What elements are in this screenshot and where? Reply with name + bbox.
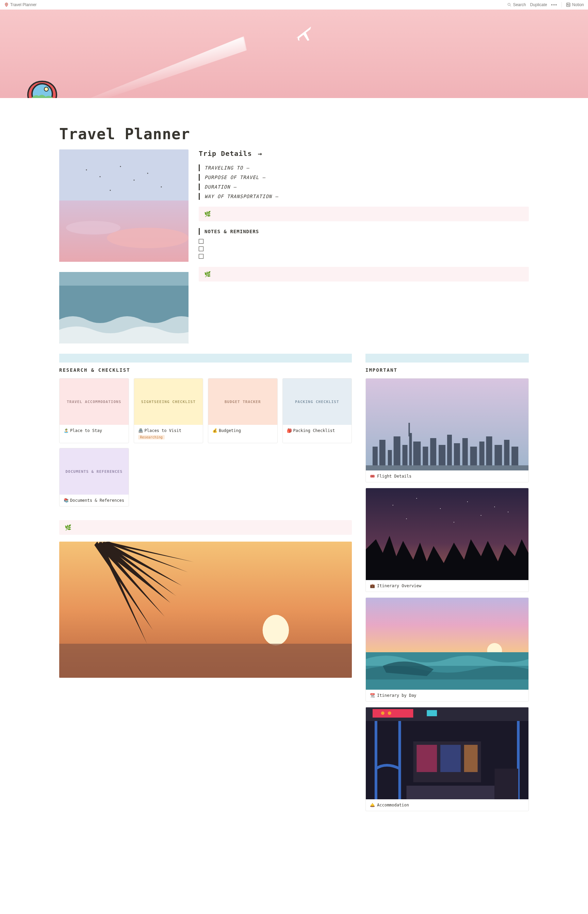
important-card-body: 💼Itinerary Overview	[366, 580, 528, 592]
svg-rect-28	[409, 433, 412, 471]
important-card-title: Accommodation	[377, 803, 409, 807]
card-body: 💰Budgeting	[208, 425, 277, 437]
svg-point-48	[467, 501, 468, 502]
svg-point-13	[100, 176, 101, 177]
important-card[interactable]: 📆Itinerary by Day	[365, 597, 529, 702]
callout-top[interactable]: 🌿	[199, 207, 529, 221]
research-card[interactable]: BUDGET TRACKER💰Budgeting	[208, 378, 278, 443]
important-card-body: 🛎️Accommodation	[366, 799, 528, 811]
duplicate-button[interactable]: Duplicate	[530, 2, 547, 7]
callout-mid[interactable]: 🌿	[59, 520, 352, 535]
important-card-title: Itinerary Overview	[377, 584, 421, 588]
checkbox-icon[interactable]	[199, 254, 204, 259]
svg-rect-65	[440, 745, 461, 772]
card-cover: BUDGET TRACKER	[208, 379, 277, 425]
field-duration[interactable]: DURATION —	[199, 183, 529, 190]
card-cover: SIGHTSEEING CHECKLIST	[134, 379, 203, 425]
important-card-image	[366, 379, 528, 471]
card-emoji-icon: 🎒	[287, 428, 292, 433]
important-heading: IMPORTANT	[365, 367, 529, 373]
field-purpose[interactable]: PURPOSE OF TRAVEL —	[199, 174, 529, 181]
svg-rect-68	[494, 768, 518, 799]
todo-item[interactable]	[199, 238, 529, 245]
important-card[interactable]: 🛎️Accommodation	[365, 707, 529, 811]
notion-label: Notion	[572, 2, 584, 7]
card-body: 🏝️Place to Stay	[60, 425, 129, 437]
svg-point-61	[388, 712, 391, 715]
svg-line-2	[510, 5, 511, 6]
airplane-icon	[294, 23, 314, 44]
card-title-text: Place to Stay	[70, 428, 102, 433]
important-card-image	[366, 598, 528, 690]
todo-item[interactable]	[199, 245, 529, 252]
important-card-emoji-icon: 🛎️	[370, 803, 375, 807]
svg-point-60	[381, 712, 384, 715]
svg-point-49	[494, 506, 495, 507]
card-tag: Researching	[138, 435, 165, 440]
svg-point-9	[66, 221, 120, 235]
checkbox-icon[interactable]	[199, 239, 204, 244]
svg-point-53	[508, 512, 508, 512]
svg-point-14	[120, 166, 121, 167]
card-title-text: Documents & References	[70, 498, 124, 503]
svg-rect-67	[407, 786, 495, 799]
card-title: 📚Documents & References	[64, 498, 124, 503]
trip-details-heading: Trip Details →	[199, 149, 529, 158]
card-emoji-icon: 💰	[212, 428, 217, 433]
svg-rect-11	[59, 272, 189, 286]
card-body: 🎒Packing Checklist	[283, 425, 352, 437]
important-card-emoji-icon: 🎟️	[370, 474, 375, 479]
pin-icon	[4, 2, 9, 7]
card-emoji-icon: 📚	[64, 498, 69, 503]
blue-divider	[365, 354, 529, 362]
important-card-title: Itinerary by Day	[377, 693, 417, 698]
svg-point-46	[416, 498, 417, 499]
important-card[interactable]: 🎟️Flight Details	[365, 378, 529, 482]
topbar: Travel Planner Search Duplicate ••• Noti…	[0, 0, 588, 10]
checkbox-icon[interactable]	[199, 246, 204, 251]
svg-point-18	[110, 190, 111, 191]
page-title: Travel Planner	[59, 125, 529, 142]
important-list: 🎟️Flight Details💼Itinerary Overview📆Itin…	[365, 378, 529, 811]
research-card[interactable]: TRAVEL ACCOMMODATIONS🏝️Place to Stay	[59, 378, 129, 443]
breadcrumb[interactable]: Travel Planner	[4, 2, 37, 7]
card-cover: DOCUMENTS & REFERENCES	[60, 448, 129, 495]
callout-bottom[interactable]: 🌿	[199, 267, 529, 281]
important-card-body: 📆Itinerary by Day	[366, 690, 528, 701]
search-label: Search	[513, 2, 526, 7]
card-title-text: Budgeting	[219, 428, 241, 433]
field-traveling-to[interactable]: TRAVELING TO —	[199, 164, 529, 171]
todo-item[interactable]	[199, 252, 529, 260]
svg-rect-34	[447, 435, 452, 471]
important-card-image	[366, 488, 528, 580]
svg-point-50	[406, 518, 407, 519]
research-gallery: TRAVEL ACCOMMODATIONS🏝️Place to StaySIGH…	[59, 378, 352, 506]
svg-point-17	[161, 186, 162, 188]
card-cover: TRAVEL ACCOMMODATIONS	[60, 379, 129, 425]
important-card[interactable]: 💼Itinerary Overview	[365, 488, 529, 592]
research-card[interactable]: PACKING CHECKLIST🎒Packing Checklist	[283, 378, 352, 443]
trip-details-heading-text: Trip Details	[199, 149, 252, 158]
svg-point-52	[481, 515, 481, 516]
research-card[interactable]: SIGHTSEEING CHECKLIST🏯Places to VisitRes…	[134, 378, 204, 443]
card-body: 🏯Places to VisitResearching	[134, 425, 203, 443]
svg-point-16	[147, 173, 149, 174]
svg-rect-59	[373, 709, 414, 718]
field-transportation[interactable]: WAY OF TRANSPORTATION —	[199, 193, 529, 200]
card-title: 🏯Places to Visit	[138, 428, 199, 433]
notion-icon	[566, 2, 571, 7]
svg-point-45	[393, 505, 393, 506]
page-icon[interactable]	[25, 80, 59, 98]
sunset-image	[59, 542, 352, 678]
card-title-text: Places to Visit	[145, 428, 181, 433]
duplicate-label: Duplicate	[530, 2, 547, 7]
notion-button[interactable]: Notion	[566, 2, 584, 7]
svg-rect-62	[427, 710, 437, 716]
svg-point-8	[107, 228, 189, 248]
research-card[interactable]: DOCUMENTS & REFERENCES📚Documents & Refer…	[59, 448, 129, 506]
card-emoji-icon: 🏯	[138, 428, 143, 433]
card-cover: PACKING CHECKLIST	[283, 379, 352, 425]
search-button[interactable]: Search	[507, 2, 526, 7]
card-emoji-icon: 🏝️	[64, 428, 69, 433]
more-button[interactable]: •••	[551, 2, 558, 7]
